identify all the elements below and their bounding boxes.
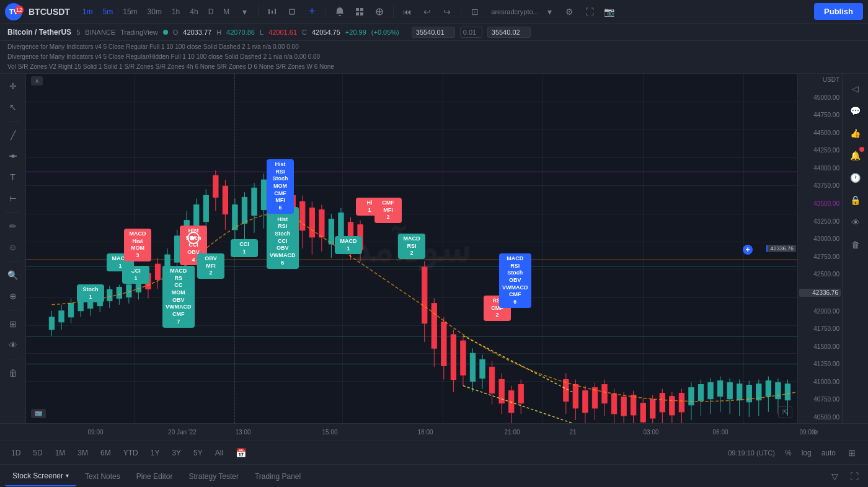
btn-ytd[interactable]: YTD [120,446,142,460]
btn-6m[interactable]: 6M [97,446,115,460]
add-indicator-btn[interactable]: + [303,3,321,20]
cursor-icon[interactable]: ↖ [3,97,23,117]
indicator-row-1: Divergence for Many Indicators v4 5 Clos… [7,42,861,52]
svg-rect-12 [49,317,54,330]
layout-settings-icon[interactable]: ⊞ [843,444,861,462]
btn-5y[interactable]: 5Y [190,446,206,460]
collapse-indicator-btn[interactable]: ∧ [31,76,43,86]
delete-icon[interactable]: 🗑 [3,363,23,383]
magnet-icon[interactable]: ⊕ [3,286,23,306]
layout-icon[interactable]: ⊞ [3,314,23,334]
sep2 [6,212,20,213]
zoom-icon[interactable]: 🔍 [3,265,23,285]
tab-strategy-tester[interactable]: Strategy Tester [181,467,246,486]
clock-icon[interactable]: 🕐 [846,168,866,188]
exchange: BINANCE [85,29,115,36]
time-1800: 18:00 [417,429,433,436]
price-43750: 43750.00 [799,182,841,189]
badge-macd-mid: MACD1 [335,236,362,254]
price-input-1[interactable] [412,27,455,38]
svg-rect-0 [268,9,270,14]
tf-4h[interactable]: 4h [186,5,202,19]
sep5 [6,359,20,359]
price-step[interactable] [460,27,482,38]
bar-type-icon[interactable] [264,3,281,20]
price-41000: 41000.00 [799,379,841,385]
bar-type2-icon[interactable] [283,3,301,20]
tf-1m[interactable]: 1m [79,5,97,19]
svg-point-10 [12,155,14,157]
lock-icon[interactable]: 🔒 [846,190,866,210]
trash-right-icon[interactable]: 🗑 [846,235,866,255]
tf-15m[interactable]: 15m [119,5,141,19]
tab-maximize-icon[interactable]: ⛶ [846,468,863,485]
log-btn[interactable]: log [802,449,812,457]
tab-text-notes[interactable]: Text Notes [78,467,128,486]
tf-1h[interactable]: 1h [168,5,184,19]
auto-btn[interactable]: auto [822,449,836,457]
eye-icon[interactable]: 👁 [3,335,23,355]
bell-icon[interactable]: 🔔 [846,146,866,165]
compare-icon[interactable] [371,3,388,20]
svg-rect-54 [252,188,257,215]
thumbsup-icon[interactable]: 👍 [846,123,866,143]
brush-icon[interactable]: ✏ [3,216,23,236]
rewind-icon[interactable]: ⏮ [399,3,416,20]
top-toolbar: TV 12 BTCUSDT 1m 5m 15m 30m 1h 4h D M ▾ … [0,0,868,24]
svg-rect-46 [213,175,218,197]
svg-rect-1 [272,11,273,14]
price-input-2[interactable] [487,27,531,38]
trendline-icon[interactable]: ╱ [3,125,23,145]
btn-all[interactable]: All [211,446,227,460]
svg-rect-16 [68,304,73,317]
right-arrow-left-icon[interactable]: ◁ [846,79,866,99]
chat-icon[interactable]: 💬 [846,101,866,121]
layout-icon[interactable] [351,3,368,20]
crosshair-icon[interactable]: ✛ [3,76,23,96]
symbol-name[interactable]: BTCUSDT [29,7,70,17]
settings-gear-icon[interactable]: ⚙ [561,3,578,20]
alerts-icon[interactable] [331,3,348,20]
btn-1y[interactable]: 1Y [147,446,164,460]
tab-pine-editor[interactable]: Pine Editor [129,467,180,486]
measure-icon[interactable]: ⊢ [3,188,23,208]
tab-stock-screener[interactable]: Stock Screener ▾ [5,467,76,486]
text-icon[interactable]: T [3,167,23,187]
tf-5m[interactable]: 5m [99,5,117,19]
cursor-indicator[interactable]: ☛ [187,232,200,244]
emoji-icon[interactable]: ☺ [3,237,23,257]
svg-rect-78 [422,267,427,323]
tab-right-icons: ▽ ⛶ [826,468,863,485]
camera-icon[interactable]: 📷 [601,3,618,20]
badge-hist-rsi-blue: HistRSIStochMOMCMFMFI6 [267,159,294,214]
expand-chart-btn[interactable]: ⇱ [778,406,792,418]
fullscreen-icon[interactable]: ⛶ [581,3,598,20]
btn-5d[interactable]: 5D [29,446,46,460]
fullscreen-small-icon[interactable]: ⊡ [466,3,484,20]
svg-rect-142 [766,381,771,397]
btn-3y[interactable]: 3Y [168,446,185,460]
eye-right-icon[interactable]: 👁 [846,213,866,232]
undo-icon[interactable]: ↩ [418,3,436,20]
chart-area[interactable]: سودآمد [26,74,797,423]
hline-icon[interactable] [3,146,23,166]
btn-3m[interactable]: 3M [74,446,92,460]
tf-d[interactable]: D [205,5,218,19]
tf-dropdown[interactable]: ▾ [236,3,253,20]
stock-screener-dropdown-arrow[interactable]: ▾ [66,472,69,479]
btn-1d[interactable]: 1D [7,446,24,460]
publish-button[interactable]: Publish [814,3,863,20]
tab-minimize-icon[interactable]: ▽ [826,468,843,485]
svg-rect-132 [717,381,722,397]
calendar-icon[interactable]: 📅 [232,444,249,462]
redo-icon[interactable]: ↪ [438,3,456,20]
tf-30m[interactable]: 30m [144,5,166,19]
tf-m[interactable]: M [219,5,233,19]
account-dropdown[interactable]: ▾ [541,3,559,20]
btn-1m[interactable]: 1M [51,446,69,460]
time-jan20: 20 Jan '22 [168,429,197,436]
percent-btn[interactable]: % [785,449,792,457]
time-0600: 06:00 [712,429,728,436]
time-settings[interactable]: ⚙ [813,429,818,436]
tab-trading-panel[interactable]: Trading Panel [247,467,308,486]
